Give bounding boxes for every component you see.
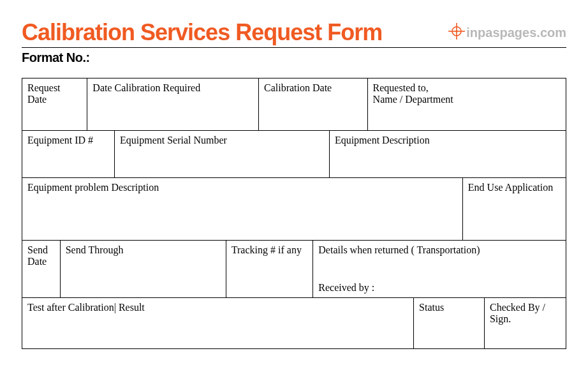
table-row: Equipment ID # Equipment Serial Number E… [22,131,566,178]
form-table: Request Date Date Calibration Required C… [22,78,566,349]
cell-send-date: Send Date [22,241,61,298]
target-icon [448,23,465,42]
svg-point-3 [456,30,458,32]
cell-equipment-desc: Equipment Description [329,131,566,178]
cell-status: Status [414,298,485,349]
brand-text: inpaspages.com [466,26,566,40]
cell-test-result: Test after Calibration| Result [22,298,414,349]
cell-request-date: Request Date [22,78,87,131]
table-row: Request Date Date Calibration Required C… [22,78,566,131]
table-row: Test after Calibration| Result Status Ch… [22,298,566,349]
cell-equipment-id: Equipment ID # [22,131,115,178]
cell-equipment-serial: Equipment Serial Number [114,131,329,178]
cell-requested-to: Requested to, Name / Department [367,78,566,131]
cell-send-through: Send Through [60,241,226,298]
table-row: Equipment problem Description End Use Ap… [22,178,566,241]
cell-details-returned: Details when returned ( Transportation) … [313,241,566,298]
cell-problem-desc: Equipment problem Description [22,178,463,241]
cell-checked-by: Checked By / Sign. [484,298,566,349]
cell-date-cal-required: Date Calibration Required [87,78,259,131]
cell-calibration-date: Calibration Date [259,78,368,131]
format-no-label: Format No.: [22,50,566,65]
header: Calibration Services Request Form inpasp… [22,19,566,48]
cell-tracking: Tracking # if any [226,241,312,298]
received-by-label: Received by : [318,282,374,294]
cell-end-use: End Use Application [462,178,566,241]
page-title: Calibration Services Request Form [22,19,382,46]
brand-logo: inpaspages.com [448,23,566,42]
table-row: Send Date Send Through Tracking # if any… [22,241,566,298]
